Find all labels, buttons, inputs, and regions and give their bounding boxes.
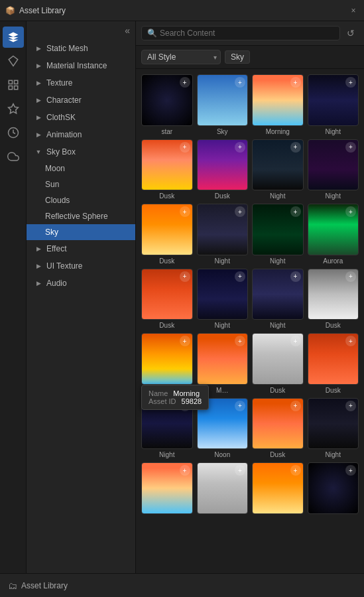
add-asset-button[interactable]: +	[290, 206, 301, 217]
rail-clock-button[interactable]	[3, 122, 24, 143]
sidebar-item-animation[interactable]: ▶ Animation	[27, 126, 135, 143]
sidebar-item-material-instance[interactable]: ▶ Material Instance	[27, 57, 135, 74]
library-icon: 🗂	[8, 580, 17, 591]
asset-thumbnail: +	[308, 269, 359, 320]
asset-thumbnail: +	[141, 204, 193, 255]
sidebar-item-clothsk[interactable]: ▶ ClothSK	[27, 109, 135, 126]
list-item[interactable]: +	[308, 462, 359, 516]
add-asset-button[interactable]: +	[180, 465, 190, 476]
add-asset-button[interactable]: +	[345, 401, 356, 411]
sidebar-item-static-mesh[interactable]: ▶ Static Mesh	[27, 40, 135, 57]
bottom-bar: 🗂 Asset Library	[0, 573, 364, 597]
close-button[interactable]: ×	[348, 5, 359, 16]
arrow-right-icon: ▶	[34, 79, 42, 87]
list-item[interactable]: + Dusk	[141, 269, 193, 330]
list-item[interactable]: + Night	[252, 139, 304, 200]
add-asset-button[interactable]: +	[345, 336, 356, 346]
add-asset-button[interactable]: +	[345, 77, 356, 88]
arrow-right-icon: ▶	[34, 113, 42, 121]
asset-thumbnail: +	[308, 74, 359, 126]
sidebar-item-effect[interactable]: ▶ Effect	[27, 240, 135, 257]
add-asset-button[interactable]: +	[345, 465, 356, 476]
list-item[interactable]: +	[252, 462, 304, 516]
list-item[interactable]: +	[141, 462, 193, 516]
add-asset-button[interactable]: +	[235, 77, 245, 88]
add-asset-button[interactable]: +	[290, 271, 301, 282]
sidebar-item-ui-texture[interactable]: ▶ UI Texture	[27, 257, 135, 275]
list-item[interactable]: +	[197, 462, 249, 516]
list-item[interactable]: + Aurora	[308, 204, 359, 265]
sidebar-item-label: Sky Box	[46, 147, 76, 157]
sidebar-item-audio[interactable]: ▶ Audio	[27, 275, 135, 292]
list-item[interactable]: + Dusk	[197, 139, 249, 200]
rail-star-button[interactable]	[3, 98, 24, 119]
add-asset-button[interactable]: +	[180, 336, 190, 346]
add-asset-button[interactable]: +	[235, 465, 245, 476]
list-item[interactable]: + Morning	[252, 74, 304, 135]
sidebar: « ▶ Static Mesh ▶ Material Instance ▶ Te…	[27, 21, 136, 573]
asset-label: Dusk	[159, 322, 174, 329]
add-asset-button[interactable]: +	[180, 142, 190, 153]
list-item[interactable]: + Dusk	[308, 269, 359, 330]
sidebar-item-label: ClothSK	[46, 113, 76, 122]
title-bar: 📦 Asset Library ×	[0, 0, 364, 21]
list-item[interactable]: + star	[141, 74, 193, 135]
style-select[interactable]: All Style	[141, 50, 221, 64]
rail-logo-button[interactable]	[3, 27, 24, 48]
asset-grid-container[interactable]: + star + Sky + Morning	[136, 69, 364, 573]
sidebar-item-sky-box[interactable]: ▼ Sky Box	[27, 143, 135, 161]
rail-diamond-button[interactable]	[3, 50, 24, 72]
rail-layers-button[interactable]	[3, 74, 24, 96]
add-asset-button[interactable]: +	[235, 401, 245, 411]
svg-rect-2	[9, 86, 12, 90]
arrow-right-icon: ▶	[34, 131, 42, 139]
sidebar-collapse-button[interactable]: «	[125, 25, 130, 36]
tooltip-name-value: Morning	[173, 389, 200, 397]
list-item[interactable]: + Night	[197, 269, 249, 330]
list-item[interactable]: + Night	[252, 269, 304, 330]
sidebar-sub-moon[interactable]: Moon	[27, 161, 135, 176]
add-asset-button[interactable]: +	[290, 77, 301, 88]
search-input[interactable]	[160, 29, 334, 38]
sidebar-sub-clouds[interactable]: Clouds	[27, 192, 135, 208]
list-item[interactable]: + Night	[308, 74, 359, 135]
list-item[interactable]: + Dusk	[141, 139, 193, 200]
list-item[interactable]: + Night	[197, 204, 249, 265]
list-item[interactable]: + Dusk	[308, 333, 359, 394]
list-item[interactable]: + Morning Name Morning Asset ID 59828	[141, 333, 193, 394]
sidebar-sub-sky[interactable]: Sky	[27, 224, 135, 240]
rail-cloud-button[interactable]	[3, 146, 24, 167]
asset-label: Dusk	[159, 192, 174, 200]
sidebar-sub-reflective-sphere[interactable]: Reflective Sphere	[27, 208, 135, 224]
add-asset-button[interactable]: +	[345, 142, 356, 153]
add-asset-button[interactable]: +	[345, 271, 356, 282]
list-item[interactable]: + Night	[308, 139, 359, 200]
add-asset-button[interactable]: +	[180, 271, 190, 282]
list-item[interactable]: + Night	[252, 204, 304, 265]
sidebar-sub-sun[interactable]: Sun	[27, 176, 135, 192]
list-item[interactable]: + Dusk	[141, 204, 193, 265]
list-item[interactable]: + Dusk	[252, 398, 304, 459]
asset-thumbnail: +	[141, 333, 193, 385]
asset-label: Night	[326, 192, 341, 200]
list-item[interactable]: + Dusk	[252, 333, 304, 394]
add-asset-button[interactable]: +	[290, 401, 301, 411]
asset-grid: + star + Sky + Morning	[141, 74, 359, 516]
add-asset-button[interactable]: +	[180, 77, 190, 88]
sidebar-item-texture[interactable]: ▶ Texture	[27, 74, 135, 92]
add-asset-button[interactable]: +	[290, 465, 301, 476]
add-asset-button[interactable]: +	[235, 142, 245, 153]
list-item[interactable]: + Night	[308, 398, 359, 459]
add-asset-button[interactable]: +	[290, 336, 301, 346]
refresh-button[interactable]: ↺	[343, 25, 359, 41]
sidebar-header: «	[27, 21, 135, 40]
add-asset-button[interactable]: +	[235, 271, 245, 282]
asset-thumbnail: +	[308, 398, 359, 450]
add-asset-button[interactable]: +	[180, 206, 190, 217]
list-item[interactable]: + Sky	[197, 74, 249, 135]
add-asset-button[interactable]: +	[235, 336, 245, 346]
add-asset-button[interactable]: +	[345, 206, 356, 217]
add-asset-button[interactable]: +	[235, 206, 245, 217]
add-asset-button[interactable]: +	[290, 142, 301, 153]
sidebar-item-character[interactable]: ▶ Character	[27, 92, 135, 109]
